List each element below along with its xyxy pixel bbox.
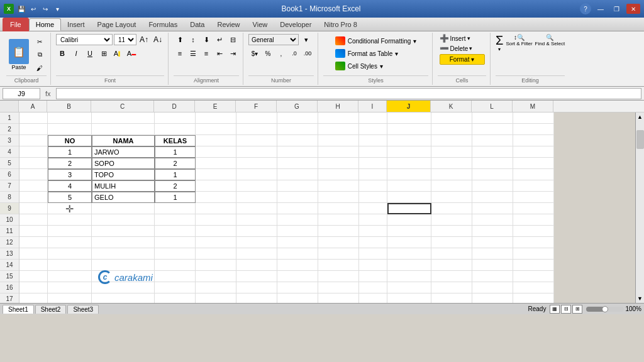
row-9[interactable]: 9 bbox=[0, 203, 19, 214]
cell-j8[interactable] bbox=[387, 192, 431, 203]
cell-c7[interactable]: MULIH bbox=[92, 180, 155, 192]
cell-m11[interactable] bbox=[513, 226, 554, 237]
cell-h12[interactable] bbox=[318, 237, 359, 248]
cell-i11[interactable] bbox=[359, 226, 387, 237]
cell-d12[interactable] bbox=[155, 237, 196, 248]
col-header-j[interactable]: J bbox=[387, 101, 431, 112]
cell-k9[interactable] bbox=[431, 203, 472, 214]
cell-k1[interactable] bbox=[431, 112, 472, 124]
col-header-c[interactable]: C bbox=[91, 101, 154, 112]
tab-home[interactable]: Home bbox=[29, 18, 61, 31]
cell-d17[interactable] bbox=[155, 293, 196, 303]
align-middle-button[interactable]: ↕ bbox=[187, 34, 199, 45]
row-12[interactable]: 12 bbox=[0, 237, 19, 248]
cell-a8[interactable] bbox=[19, 192, 48, 203]
cell-m1[interactable] bbox=[513, 112, 554, 124]
cell-m16[interactable] bbox=[513, 282, 554, 293]
row-3[interactable]: 3 bbox=[0, 135, 19, 146]
italic-button[interactable]: I bbox=[70, 48, 82, 59]
cell-c1[interactable] bbox=[92, 112, 155, 124]
cell-h2[interactable] bbox=[318, 124, 359, 135]
col-header-g[interactable]: G bbox=[277, 101, 318, 112]
zoom-thumb[interactable] bbox=[602, 306, 608, 312]
cell-k7[interactable] bbox=[431, 180, 472, 192]
cell-h9[interactable] bbox=[318, 203, 359, 214]
cell-a16[interactable] bbox=[19, 282, 48, 293]
tab-insert[interactable]: Insert bbox=[61, 18, 91, 31]
cell-g1[interactable] bbox=[277, 112, 318, 124]
fill-color-button[interactable]: A▌ bbox=[111, 48, 124, 59]
cell-j14[interactable] bbox=[387, 260, 431, 271]
cell-j15[interactable] bbox=[387, 271, 431, 282]
cell-h3[interactable] bbox=[318, 135, 359, 146]
cell-l6[interactable] bbox=[472, 169, 513, 180]
cell-d1[interactable] bbox=[155, 112, 196, 124]
row-11[interactable]: 11 bbox=[0, 226, 19, 237]
cell-m8[interactable] bbox=[513, 192, 554, 203]
tab-review[interactable]: Review bbox=[211, 18, 246, 31]
cut-button[interactable]: ✂ bbox=[33, 35, 47, 48]
cell-c17[interactable] bbox=[92, 293, 155, 303]
cell-d14[interactable] bbox=[155, 260, 196, 271]
cell-e1[interactable] bbox=[196, 112, 236, 124]
cell-j6[interactable] bbox=[387, 169, 431, 180]
increase-indent-button[interactable]: ⇥ bbox=[226, 48, 239, 59]
cell-i5[interactable] bbox=[359, 158, 387, 169]
font-size-select[interactable]: 11 bbox=[114, 34, 136, 45]
cell-g16[interactable] bbox=[277, 282, 318, 293]
cell-a13[interactable] bbox=[19, 248, 48, 260]
cell-d2[interactable] bbox=[155, 124, 196, 135]
scroll-thumb[interactable] bbox=[636, 130, 644, 149]
cell-h15[interactable] bbox=[318, 271, 359, 282]
cell-h4[interactable] bbox=[318, 146, 359, 158]
cell-a3[interactable] bbox=[19, 135, 48, 146]
cell-e2[interactable] bbox=[196, 124, 236, 135]
cell-g6[interactable] bbox=[277, 169, 318, 180]
cell-l17[interactable] bbox=[472, 293, 513, 303]
col-header-h[interactable]: H bbox=[318, 101, 358, 112]
row-5[interactable]: 5 bbox=[0, 158, 19, 169]
cell-j5[interactable] bbox=[387, 158, 431, 169]
cell-h8[interactable] bbox=[318, 192, 359, 203]
cell-l9[interactable] bbox=[472, 203, 513, 214]
cell-j4[interactable] bbox=[387, 146, 431, 158]
col-header-b[interactable]: B bbox=[47, 101, 91, 112]
row-1[interactable]: 1 bbox=[0, 112, 19, 124]
cell-i14[interactable] bbox=[359, 260, 387, 271]
formula-input[interactable] bbox=[56, 88, 641, 99]
col-header-k[interactable]: K bbox=[431, 101, 472, 112]
border-button[interactable]: ⊞ bbox=[97, 48, 110, 59]
format-painter-button[interactable]: 🖌 bbox=[33, 62, 47, 74]
cell-l1[interactable] bbox=[472, 112, 513, 124]
find-select-button[interactable]: 🔍 Find & Select bbox=[535, 34, 565, 52]
cell-a2[interactable] bbox=[19, 124, 48, 135]
vertical-scrollbar[interactable]: ▲ ▼ bbox=[635, 112, 644, 303]
cell-f1[interactable] bbox=[236, 112, 277, 124]
cell-g10[interactable] bbox=[277, 214, 318, 226]
cell-a6[interactable] bbox=[19, 169, 48, 180]
cell-d16[interactable] bbox=[155, 282, 196, 293]
row-2[interactable]: 2 bbox=[0, 124, 19, 135]
cell-styles-button[interactable]: Cell Styles ▾ bbox=[333, 60, 386, 72]
more-quick-access[interactable]: ▾ bbox=[52, 4, 62, 14]
cell-b14[interactable] bbox=[48, 260, 92, 271]
cell-b8[interactable]: 5 bbox=[48, 192, 92, 203]
cell-c11[interactable] bbox=[92, 226, 155, 237]
cell-a4[interactable] bbox=[19, 146, 48, 158]
cell-i12[interactable] bbox=[359, 237, 387, 248]
cell-g13[interactable] bbox=[277, 248, 318, 260]
cell-h1[interactable] bbox=[318, 112, 359, 124]
cell-e7[interactable] bbox=[196, 180, 236, 192]
cell-e15[interactable] bbox=[196, 271, 236, 282]
row-8[interactable]: 8 bbox=[0, 192, 19, 203]
cell-l3[interactable] bbox=[472, 135, 513, 146]
cell-b9[interactable]: ✛ bbox=[48, 203, 92, 214]
row-13[interactable]: 13 bbox=[0, 248, 19, 260]
row-7[interactable]: 7 bbox=[0, 180, 19, 192]
help-button[interactable]: ? bbox=[580, 3, 591, 14]
col-header-e[interactable]: E bbox=[195, 101, 236, 112]
cell-d5[interactable]: 2 bbox=[155, 158, 196, 169]
restore-button[interactable]: ❐ bbox=[610, 4, 624, 14]
cell-j9[interactable] bbox=[387, 203, 431, 214]
cell-k8[interactable] bbox=[431, 192, 472, 203]
